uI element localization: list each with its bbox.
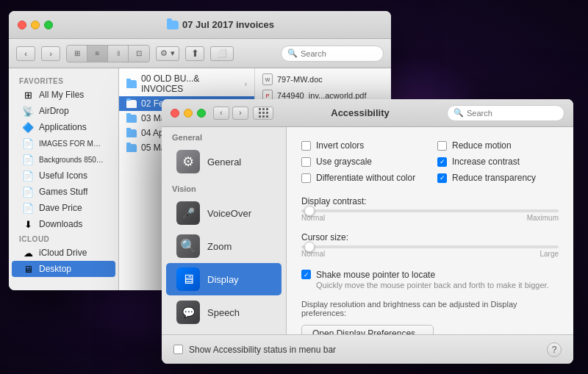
doc-icon: W (262, 73, 273, 85)
maximize-button[interactable] (44, 21, 53, 29)
display-contrast-section: Display contrast: Normal Maximum (301, 196, 559, 222)
reduce-transparency-label: Reduce transparency (452, 173, 536, 183)
acc-maximize-button[interactable] (197, 109, 206, 118)
use-grayscale-checkbox[interactable] (301, 157, 311, 167)
sidebar-item-dave-price[interactable]: 📄 Dave Price (12, 200, 115, 216)
sidebar-item-label: Downloads (39, 219, 82, 229)
increase-contrast-checkbox[interactable] (437, 157, 447, 167)
sidebar-item-label: Games Stuff (39, 187, 87, 197)
back-button[interactable]: ‹ (16, 46, 35, 61)
open-display-preferences-button[interactable]: Open Display Preferences... (301, 325, 434, 334)
display-contrast-labels: Normal Maximum (301, 214, 559, 222)
acc-close-button[interactable] (171, 109, 179, 118)
acc-forward-button[interactable]: › (232, 107, 248, 120)
acc-sidebar-item-display[interactable]: 🖥 Display (166, 263, 282, 295)
reduce-motion-checkbox[interactable] (437, 141, 447, 151)
minimize-button[interactable] (31, 21, 40, 29)
sidebar-item-downloads[interactable]: ⬇ Downloads (12, 216, 115, 232)
shake-text-container: Shake mouse pointer to locate Quickly mo… (316, 270, 549, 290)
finder-sidebar: Favorites ⊞ All My Files 📡 AirDrop 🔷 App… (9, 68, 119, 290)
differentiate-row: Differentiate without color (301, 171, 423, 184)
vision-section-label: Vision (162, 179, 286, 196)
display-contrast-label: Display contrast: (301, 196, 559, 206)
favorites-label: Favorites (9, 74, 118, 87)
cursor-size-label: Cursor size: (301, 232, 559, 242)
accessibility-search-box[interactable]: 🔍 (447, 105, 564, 121)
sidebar-item-applications[interactable]: 🔷 Applications (12, 119, 115, 135)
sidebar-item-icloud-drive[interactable]: ☁ iCloud Drive (12, 245, 115, 261)
acc-sidebar-item-zoom[interactable]: 🔍 Zoom (166, 230, 282, 262)
sidebar-item-images[interactable]: 📄 IMAGES FOR MACWORLD ONL... (12, 135, 115, 151)
help-button[interactable]: ? (547, 342, 562, 357)
icon-view-button[interactable]: ⊞ (67, 46, 87, 62)
acc-back-button[interactable]: ‹ (213, 107, 229, 120)
traffic-lights (18, 21, 53, 29)
differentiate-checkbox[interactable] (301, 173, 311, 183)
finder-title-text: 07 Jul 2017 invoices (182, 19, 274, 30)
acc-sidebar-label: VoiceOver (207, 208, 251, 219)
finder-search-input[interactable] (301, 49, 377, 58)
cursor-normal-label: Normal (301, 250, 325, 258)
general-icon: ⚙ (176, 150, 200, 173)
cursor-size-labels: Normal Large (301, 250, 559, 258)
chevron-right-icon: › (245, 80, 247, 88)
acc-sidebar-item-voiceover[interactable]: 🎤 VoiceOver (166, 197, 282, 229)
shake-checkbox[interactable] (301, 270, 311, 279)
acc-grid-button[interactable] (253, 107, 273, 120)
finder-search-box[interactable]: 🔍 (281, 46, 384, 62)
folder-icon (126, 80, 137, 88)
sidebar-item-backgrounds[interactable]: 📄 Backgrounds 850x450 pixels (12, 151, 115, 168)
cursor-size-thumb[interactable] (304, 242, 315, 252)
sidebar-item-label: Useful Icons (39, 170, 87, 181)
reduce-motion-label: Reduce motion (452, 140, 512, 151)
use-grayscale-label: Use grayscale (316, 157, 372, 167)
list-view-button[interactable]: ≡ (87, 46, 108, 62)
accessibility-content: Invert colors Reduce motion Use grayscal… (287, 127, 573, 334)
contrast-normal-label: Normal (301, 214, 325, 222)
all-my-files-icon: ⊞ (22, 89, 34, 101)
differentiate-label: Differentiate without color (316, 173, 415, 183)
airdrop-icon: 📡 (22, 105, 34, 117)
shake-description: Quickly move the mouse pointer back and … (316, 281, 549, 290)
folder-name: 00 OLD BU...& INVOICES (141, 73, 240, 94)
forward-button[interactable]: › (41, 46, 60, 61)
sidebar-item-desktop[interactable]: 🖥 Desktop (12, 261, 115, 277)
downloads-icon: ⬇ (22, 218, 34, 230)
reduce-transparency-checkbox[interactable] (437, 173, 447, 183)
voiceover-icon: 🎤 (176, 201, 200, 225)
sidebar-item-useful-icons[interactable]: 📄 Useful Icons (12, 168, 115, 184)
column-view-button[interactable]: ⫴ (108, 46, 129, 62)
accessibility-search-input[interactable] (467, 109, 558, 118)
action-button[interactable]: ⚙ ▾ (156, 46, 179, 61)
file-name: 797-MW.doc (277, 75, 323, 84)
zoom-icon: 🔍 (176, 234, 200, 258)
grid-icon (259, 108, 268, 118)
cursor-size-slider-container (301, 245, 559, 248)
show-status-checkbox[interactable] (173, 345, 183, 354)
folder-icon (126, 144, 137, 152)
folder-icon (126, 129, 137, 137)
games-icon: 📄 (22, 186, 34, 198)
tags-button[interactable]: ⬜ (210, 46, 234, 61)
acc-minimize-button[interactable] (184, 109, 193, 118)
acc-sidebar-label: Display (207, 274, 239, 285)
coverflow-view-button[interactable]: ⊡ (129, 46, 149, 62)
sidebar-item-all-my-files[interactable]: ⊞ All My Files (12, 87, 115, 103)
speech-icon: 💬 (176, 301, 200, 324)
sidebar-item-games[interactable]: 📄 Games Stuff (12, 184, 115, 200)
acc-sidebar-label: Speech (207, 307, 240, 318)
shake-label: Shake mouse pointer to locate (316, 270, 549, 280)
folder-item-0[interactable]: 00 OLD BU...& INVOICES › (119, 71, 254, 96)
cursor-size-track (301, 245, 559, 248)
close-button[interactable] (18, 21, 26, 29)
share-button[interactable]: ⬆ (185, 46, 204, 61)
display-icon: 🖥 (176, 267, 200, 291)
display-contrast-thumb[interactable] (304, 206, 315, 216)
acc-sidebar-item-speech[interactable]: 💬 Speech (166, 296, 282, 328)
invert-colors-checkbox[interactable] (301, 141, 311, 151)
accessibility-bottom-bar: Show Accessibility status in menu bar ? (162, 334, 573, 364)
search-icon: 🔍 (287, 48, 298, 58)
file-item-0[interactable]: W 797-MW.doc (255, 71, 391, 87)
sidebar-item-airdrop[interactable]: 📡 AirDrop (12, 103, 115, 119)
acc-sidebar-item-general[interactable]: ⚙ General (166, 145, 282, 178)
